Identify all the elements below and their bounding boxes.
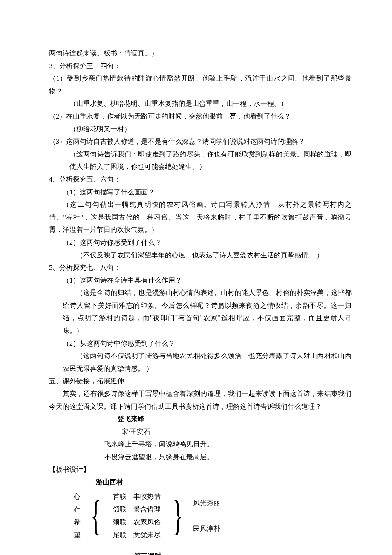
board-left-item: 心 — [74, 490, 81, 503]
board-middle-column: 首联：丰收热情 颔联：景含哲理 颈联：农家风俗 尾联：意犹未尽 — [108, 490, 166, 541]
board-design-heading: 【板书设计】 — [49, 463, 352, 476]
body-line: 4、分析探究五、六句： — [49, 173, 352, 186]
body-line: （2）从这两句诗中你感受到了什么？ — [49, 337, 352, 350]
board-diagram: 心 存 希 望 { 首联：丰收热情 颔联：景含哲理 颈联：农家风俗 尾联：意犹未… — [49, 490, 352, 541]
board-right-item: 民风淳朴 — [193, 522, 220, 535]
left-brace-icon: { — [90, 490, 102, 541]
body-line: （不仅反映了农民们渴望丰年的心愿，也表达了诗人喜爱农村生活的真挚感情。 ） — [49, 249, 352, 262]
body-line: （这二句勾勒出一幅纯真明快的农村风俗画。诗由写景转入抒情，从村外之景转写村内之情… — [49, 198, 352, 236]
board-left-column: 心 存 希 望 — [70, 490, 84, 541]
poem-author: 宋·王安石 — [49, 425, 352, 438]
lesson-title: 第三课时 — [49, 550, 352, 555]
body-line: 其实，还有很多诗像这样于写景中蕴含着深刻的道理，我们一起来读读下面这首诗，来结束… — [49, 387, 352, 413]
board-poem-title: 游山西村 — [49, 476, 352, 489]
body-line: 两句诗连起来读。板书：情谊真。） — [49, 47, 352, 60]
body-line: （柳暗花明又一村） — [49, 123, 352, 136]
body-line: （这是全诗的归结，也是漫游山村心情的表述。山村的迷人景色、村俗的朴实淳美，这些都… — [49, 286, 352, 337]
board-mid-item: 首联：丰收热情 — [113, 490, 161, 503]
board-left-item: 望 — [74, 529, 81, 541]
body-line: （1）这两句诗在全诗中具有什么作用？ — [49, 274, 352, 287]
board-mid-item: 颈联：农家风俗 — [113, 516, 161, 529]
poem-line: 飞来峰上千寻塔，闻说鸡鸣见日升。 — [49, 438, 352, 451]
board-mid-item: 尾联：意犹未尽 — [113, 529, 161, 541]
body-line: （3）这两句诗自古被人称道，是不是有什么深意？请同学们说说对这两句诗的理解？ — [49, 135, 352, 148]
board-mid-item: 颔联：景含哲理 — [113, 503, 161, 516]
body-line: （这两句诗不仅说明了陆游与当地农民相处得多么融洽，也充分表露了诗人对山西村和山西… — [49, 350, 352, 375]
body-line: （1）受到乡亲们热情款待的陆游心情豁然开朗。他骑上毛驴，流连于山水之间。他看到了… — [49, 72, 352, 97]
body-line: （2）这两句诗你感受到了什么？ — [49, 236, 352, 249]
body-line: （1）这两句描写了什么画面？ — [49, 186, 352, 199]
body-line: 5、分析探究七、八句： — [49, 261, 352, 274]
poem-line: 不畏浮云遮望眼，只缘身在最高层。 — [49, 451, 352, 463]
body-line: 3、分析探究三、四句： — [49, 60, 352, 72]
body-line: （这两句诗告诉我们：即使走到了路的尽头，你也有可能欣赏到别样的美景。同样的道理，… — [49, 148, 352, 173]
board-left-item: 存 — [74, 503, 81, 516]
body-line: （山重水复、柳暗花明、山重水复指的是山峦重重，山一程，水一程。） — [49, 97, 352, 110]
section-heading: 五、课外链接，拓展延伸 — [49, 375, 352, 387]
poem-title: 登飞来峰 — [49, 413, 352, 425]
board-right-column: 风光秀丽 民风淳朴 — [190, 490, 224, 541]
body-line: （2）在山重水复，作者以为无路可走的时候，突然他眼前一亮，他看到了什么？ — [49, 110, 352, 123]
board-left-item: 希 — [74, 516, 81, 529]
right-brace-icon: } — [172, 490, 184, 541]
board-right-item: 风光秀丽 — [193, 497, 220, 509]
